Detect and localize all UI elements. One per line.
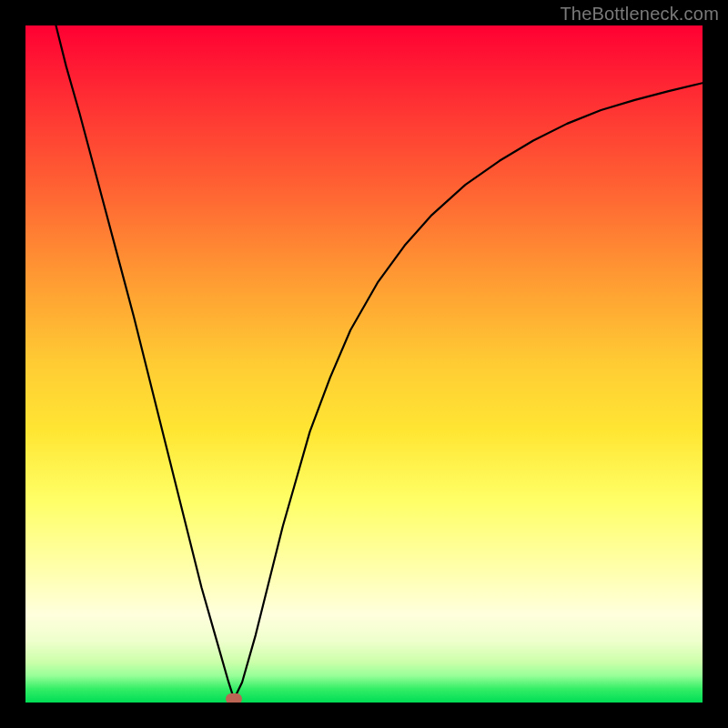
- bottleneck-curve: [56, 25, 703, 699]
- watermark-text: TheBottleneck.com: [560, 4, 719, 25]
- minimum-marker: [226, 693, 242, 703]
- curve-layer: [25, 25, 703, 703]
- plot-area: [25, 25, 703, 703]
- chart-frame: TheBottleneck.com: [0, 0, 728, 728]
